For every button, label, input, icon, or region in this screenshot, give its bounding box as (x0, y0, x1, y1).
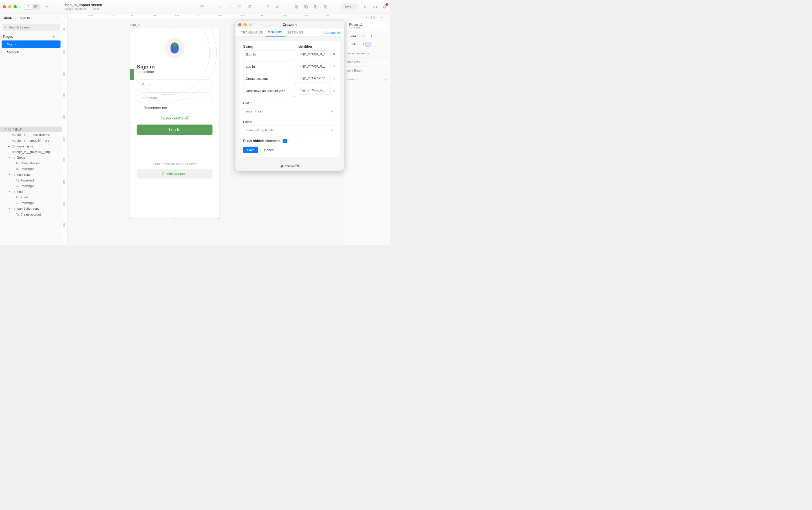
device-preset-dropdown[interactable]: iPhone 11 414 × 896 (347, 21, 387, 31)
page-item[interactable]: Symbols (2, 48, 61, 56)
align-top-icon[interactable] (218, 4, 223, 9)
align-bottom-icon[interactable]: ⎵ (385, 16, 387, 19)
align-dist-h-icon[interactable]: ‖ (373, 16, 375, 19)
orientation-portrait[interactable] (366, 42, 370, 47)
add-exportable-icon[interactable]: ＋ (384, 78, 387, 82)
tab-strings[interactable]: STRINGS (266, 28, 285, 36)
text-icon: Aa (12, 139, 15, 142)
ruler-origin[interactable] (62, 13, 68, 19)
close-window[interactable] (3, 5, 6, 8)
align-left-icon[interactable]: ⎸ (361, 16, 364, 19)
forgot-password-link: Forgot password? (137, 116, 212, 120)
string-row: Create accountSign_in::Create ac✕ (243, 75, 336, 85)
layer-item[interactable]: ▼▢input (0, 189, 62, 195)
layer-item[interactable]: ▼▢sign_in (0, 126, 62, 132)
union-icon[interactable] (294, 4, 298, 9)
mask-icon[interactable] (266, 4, 270, 9)
sidebar-tab-name[interactable]: Sign In (16, 13, 33, 22)
layer-item[interactable]: Aasign_in__group 94__forg… (0, 149, 62, 155)
remove-row-icon[interactable]: ✕ (333, 51, 336, 56)
align-right-icon[interactable]: ⎹ (369, 16, 372, 19)
search-layers-input[interactable] (2, 24, 60, 31)
layer-item[interactable]: AaEmail (0, 195, 62, 200)
tab-translation[interactable]: TRANSLATION (239, 28, 266, 36)
string-input[interactable]: Log In (243, 63, 296, 73)
view-canvas[interactable] (24, 4, 32, 9)
difference-icon[interactable] (323, 4, 328, 9)
intersect-icon[interactable] (313, 4, 318, 9)
preview-icon[interactable] (362, 4, 367, 9)
sidebar-expand-icon[interactable] (53, 13, 62, 22)
pages-chevron-icon[interactable] (56, 35, 59, 38)
layer-label: input copy (17, 173, 30, 176)
identifier-input[interactable]: Sign_in::Sign_in_ti (298, 51, 330, 58)
maximize-window[interactable] (13, 5, 17, 8)
layer-item[interactable]: Aasign_in____new user? si… (0, 132, 62, 138)
string-input[interactable]: Sign in (243, 51, 296, 61)
fit-button[interactable]: Fit (366, 33, 376, 39)
layer-item[interactable]: AaPassword (0, 178, 62, 183)
string-input[interactable]: Create account (243, 75, 296, 85)
orientation-landscape[interactable] (371, 42, 376, 47)
x-position-field[interactable]: -844 (347, 33, 360, 39)
artboard-label[interactable]: sign_in (130, 23, 140, 27)
layer-item[interactable]: ▼▢login button copy (0, 206, 62, 212)
sync-icon[interactable] (247, 4, 252, 9)
subtract-icon[interactable] (303, 4, 308, 9)
file-select-value: /sign_in.csv (246, 110, 263, 113)
cloud-icon[interactable] (373, 4, 377, 9)
label-select[interactable]: Select string labels ▾ (243, 126, 336, 135)
align-v-icon[interactable]: ⫟ (380, 16, 383, 19)
identifier-input[interactable]: Sign_in::Sign_in__ (298, 63, 330, 70)
string-input[interactable]: Don't have an account yet? (243, 87, 296, 97)
view-components[interactable] (32, 4, 39, 9)
notifications-icon[interactable]: 1 (382, 4, 387, 9)
layer-label: Email (21, 196, 28, 199)
remove-row-icon[interactable]: ✕ (333, 75, 336, 80)
zoom-level[interactable]: 78% (342, 3, 358, 10)
layer-item[interactable]: ▭Rectangle (0, 166, 62, 172)
push-hidden-checkbox[interactable]: ✓ (283, 139, 287, 143)
layer-item[interactable]: —Rectangle (0, 200, 62, 206)
sidebar-tab-dsm[interactable]: DSM. (0, 13, 16, 22)
line-icon: — (16, 184, 19, 188)
insert-button[interactable] (44, 4, 49, 9)
layer-item[interactable]: AaCreate account (0, 212, 62, 217)
tab-settings[interactable]: SETTINGS (285, 28, 306, 36)
align-h-icon[interactable]: ⫞ (366, 16, 367, 19)
remove-row-icon[interactable]: ✕ (333, 63, 336, 68)
add-page-icon[interactable] (52, 35, 55, 39)
layer-label: sign_in____new user? si… (17, 133, 53, 137)
layer-item[interactable]: AaRemember me (0, 160, 62, 166)
ruler-horizontal: -200-100010020030040050060070080090 (68, 13, 344, 19)
chevron-down-icon: ▾ (331, 110, 333, 113)
page-item[interactable]: Sign In (2, 40, 61, 48)
svg-rect-3 (34, 7, 35, 8)
align-middle-icon[interactable] (228, 4, 232, 9)
cancel-button[interactable]: Cancel (260, 147, 278, 153)
save-button[interactable]: Save (243, 147, 258, 153)
bg-color-swatch[interactable] (382, 60, 387, 64)
layer-item[interactable]: ▼▢input copy (0, 172, 62, 178)
svg-rect-1 (34, 5, 35, 6)
layer-item[interactable]: —Rectangle (0, 183, 62, 189)
remove-row-icon[interactable]: ✕ (333, 87, 336, 93)
layer-item[interactable]: Aasign_in__group 94__to c… (0, 138, 62, 143)
scale-icon[interactable] (275, 4, 280, 9)
width-field[interactable]: 896 (347, 41, 360, 47)
symbol-icon[interactable] (199, 4, 204, 9)
contact-us-link[interactable]: Contact Us (324, 31, 341, 34)
identifier-input[interactable]: Sign_in::Sign_in__ (298, 87, 330, 95)
layer-item[interactable]: ▶▢impact_gray (0, 143, 62, 149)
folder-icon: ▢ (12, 145, 15, 148)
identifier-input[interactable]: Sign_in::Create ac (298, 75, 330, 82)
file-select[interactable]: /sign_in.csv ▾ (243, 107, 336, 116)
artboard[interactable]: Sign in to continue Email Password Remem… (130, 28, 219, 218)
text-icon: Aa (16, 196, 19, 199)
layer-item[interactable]: ▼▢Group (0, 155, 62, 160)
group-icon[interactable] (237, 4, 242, 9)
align-top-icon[interactable]: ⎴ (377, 16, 378, 19)
zoom-value: 78% (345, 5, 351, 8)
minimize-window[interactable] (8, 5, 11, 8)
insert-dropdown[interactable] (52, 4, 55, 9)
